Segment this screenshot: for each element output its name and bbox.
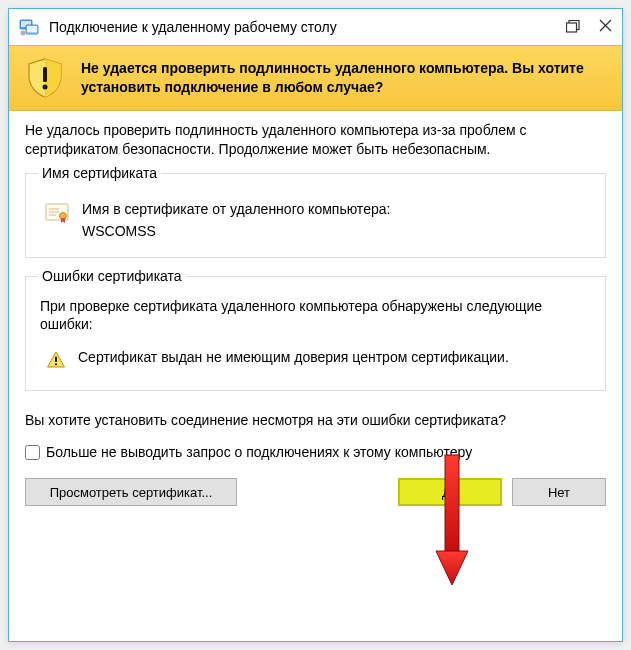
no-button[interactable]: Нет <box>512 478 606 506</box>
cert-from-label: Имя в сертификате от удаленного компьюте… <box>82 198 390 220</box>
cert-name-legend: Имя сертификата <box>38 165 161 181</box>
cert-errors-group: Ошибки сертификата При проверке сертифик… <box>25 276 606 392</box>
banner-text: Не удается проверить подлинность удаленн… <box>81 59 608 97</box>
button-row: Просмотреть сертификат... Да Нет <box>25 478 606 506</box>
titlebar-title: Подключение к удаленному рабочему столу <box>49 19 566 35</box>
shield-warning-icon <box>23 56 67 100</box>
certificate-icon <box>44 200 70 226</box>
warning-triangle-icon <box>46 350 66 370</box>
yes-button[interactable]: Да <box>398 478 502 506</box>
rdp-icon <box>19 17 39 37</box>
close-icon[interactable] <box>599 18 612 36</box>
dialog-body: Не удалось проверить подлинность удаленн… <box>9 111 622 641</box>
dont-ask-label: Больше не выводить запрос о подключениях… <box>46 444 472 460</box>
titlebar: Подключение к удаленному рабочему столу <box>9 9 622 45</box>
cert-name-group: Имя сертификата Имя в сертификате от уда… <box>25 173 606 258</box>
cert-name-value: WSCOMSS <box>82 220 390 242</box>
dont-ask-checkbox[interactable] <box>25 445 40 460</box>
svg-point-17 <box>55 364 57 366</box>
intro-text: Не удалось проверить подлинность удаленн… <box>25 121 606 159</box>
dialog-window: Подключение к удаленному рабочему столу <box>8 8 623 642</box>
warning-banner: Не удается проверить подлинность удаленн… <box>9 45 622 111</box>
titlebar-controls <box>566 18 612 36</box>
svg-rect-16 <box>55 357 57 363</box>
svg-rect-9 <box>43 67 47 82</box>
cert-errors-intro: При проверке сертификата удаленного комп… <box>40 297 593 335</box>
svg-rect-3 <box>27 26 37 32</box>
restore-icon[interactable] <box>566 19 581 36</box>
confirm-question: Вы хотите установить соединение несмотря… <box>25 411 606 430</box>
cert-text: Имя в сертификате от удаленного компьюте… <box>82 198 390 243</box>
cert-errors-legend: Ошибки сертификата <box>38 268 186 284</box>
svg-rect-6 <box>567 23 577 32</box>
svg-point-10 <box>43 85 48 90</box>
svg-point-4 <box>21 31 26 36</box>
dont-ask-checkbox-row[interactable]: Больше не выводить запрос о подключениях… <box>25 444 606 460</box>
view-certificate-button[interactable]: Просмотреть сертификат... <box>25 478 237 506</box>
cert-error-item: Сертификат выдан не имеющим доверия цент… <box>78 348 509 368</box>
